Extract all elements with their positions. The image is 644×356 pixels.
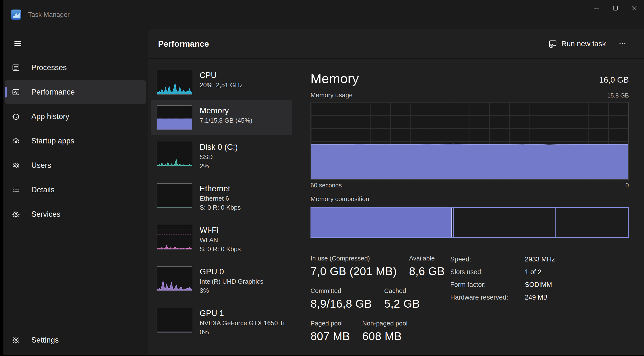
- services-icon: [12, 210, 20, 219]
- memory-panel-title: Memory: [310, 71, 359, 86]
- sidebar-item-startup-apps[interactable]: Startup apps: [5, 129, 146, 153]
- perf-item-title: Disk 0 (C:): [200, 142, 238, 153]
- perf-item-title: Memory: [200, 105, 252, 116]
- gpu0-mini-chart: [156, 266, 192, 291]
- stat-paged-pool: Paged pool 807 MB: [310, 320, 350, 343]
- more-options-button[interactable]: [615, 37, 630, 51]
- sidebar-item-label: Services: [31, 210, 60, 219]
- perf-item-disk0[interactable]: Disk 0 (C:) SSD 2%: [151, 135, 292, 177]
- perf-item-sub: Intel(R) UHD Graphics: [200, 277, 263, 286]
- perf-item-sub: 2%: [200, 162, 238, 171]
- wifi-mini-chart: [156, 225, 192, 249]
- sidebar-item-processes[interactable]: Processes: [5, 56, 146, 79]
- sidebar-item-label: App history: [31, 112, 69, 121]
- perf-item-cpu[interactable]: CPU 20% 2,51 GHz: [151, 64, 292, 100]
- memory-composition-label: Memory composition: [310, 195, 629, 203]
- close-button[interactable]: [625, 0, 644, 16]
- perf-item-sub: 3%: [200, 286, 263, 295]
- app-history-icon: [12, 112, 20, 121]
- sidebar-item-label: Startup apps: [31, 137, 74, 145]
- perf-item-title: Ethernet: [200, 183, 241, 194]
- task-manager-logo-icon: [11, 9, 21, 20]
- run-new-task-icon: [548, 39, 558, 48]
- composition-segment-standby: [454, 208, 556, 237]
- perf-item-gpu1[interactable]: GPU 1 NVIDIA GeForce GTX 1650 Ti 0%: [151, 302, 292, 343]
- memory-hardware-details: Speed: 2933 MHz Slots used: 1 of 2 Form …: [450, 255, 629, 301]
- stat-non-paged-pool: Non-paged pool 608 MB: [362, 320, 408, 343]
- details-icon: [12, 185, 20, 194]
- content-area: Performance Run new task: [148, 29, 644, 355]
- sidebar-item-label: Details: [31, 185, 54, 194]
- settings-gear-icon: [12, 336, 20, 345]
- stat-cached: Cached 5,2 GB: [384, 287, 420, 310]
- sidebar-item-settings[interactable]: Settings: [5, 328, 146, 352]
- stat-available: Available 8,6 GB: [409, 255, 445, 278]
- memory-detail-panel: Memory 16,0 GB Memory usage 15,8 GB 60 s…: [292, 59, 644, 355]
- memory-stats: In use (Compressed) 7,0 GB (201 MB) Avai…: [310, 255, 445, 343]
- perf-item-sub: 0%: [200, 328, 284, 337]
- users-icon: [12, 161, 20, 170]
- perf-item-title: Wi-Fi: [200, 225, 241, 235]
- perf-item-sub: WLAN: [200, 235, 241, 245]
- maximize-button[interactable]: [606, 0, 625, 16]
- sidebar-item-users[interactable]: Users: [5, 154, 146, 177]
- perf-item-title: CPU: [200, 70, 243, 81]
- perf-item-sub: 20% 2,51 GHz: [200, 81, 243, 90]
- maximize-icon: [612, 4, 619, 12]
- composition-segment-free: [556, 208, 628, 237]
- perf-item-sub: S: 0 R: 0 Kbps: [200, 245, 241, 254]
- disk0-mini-chart: [156, 142, 192, 167]
- memory-usage-label: Memory usage: [310, 91, 352, 99]
- sidebar-item-services[interactable]: Services: [5, 202, 146, 226]
- menu-toggle-button[interactable]: [9, 36, 26, 51]
- sidebar-spacer: [4, 226, 148, 328]
- memory-capacity: 16,0 GB: [599, 75, 629, 86]
- perf-item-ethernet[interactable]: Ethernet Ethernet 6 S: 0 R: 0 Kbps: [151, 177, 292, 218]
- sidebar-item-label: Processes: [31, 63, 67, 72]
- sidebar-item-performance[interactable]: Performance: [5, 80, 146, 104]
- perf-item-sub: SSD: [200, 153, 238, 162]
- composition-segment-in_use: [311, 208, 452, 237]
- perf-item-memory[interactable]: Memory 7,1/15,8 GB (45%): [151, 100, 292, 135]
- sidebar: Processes Performance App history Startu…: [4, 29, 148, 355]
- sidebar-item-label: Performance: [31, 88, 75, 97]
- memory-composition-bar: [310, 207, 629, 238]
- memory-usage-chart: [310, 102, 629, 180]
- content-header: Performance Run new task: [148, 29, 644, 59]
- processes-icon: [12, 63, 20, 72]
- memory-usage-axis-max: 15,8 GB: [607, 92, 629, 99]
- perf-item-sub: 7,1/15,8 GB (45%): [200, 116, 252, 125]
- sidebar-item-label: Settings: [31, 336, 59, 345]
- x-axis-right-label: 0: [626, 182, 629, 189]
- cpu-mini-chart: [156, 70, 192, 95]
- minimize-button[interactable]: [587, 0, 606, 16]
- stat-in-use: In use (Compressed) 7,0 GB (201 MB): [310, 255, 397, 278]
- titlebar: Task Manager: [4, 0, 644, 29]
- startup-apps-icon: [12, 137, 20, 145]
- performance-list: CPU 20% 2,51 GHz Memory 7,1/15,8 GB (45%…: [148, 59, 292, 355]
- gpu1-mini-chart: [156, 308, 192, 333]
- run-new-task-button[interactable]: Run new task: [548, 39, 606, 48]
- perf-item-gpu0[interactable]: GPU 0 Intel(R) UHD Graphics 3%: [151, 260, 292, 302]
- composition-segment-modified: [452, 208, 454, 237]
- perf-item-title: GPU 0: [200, 266, 263, 277]
- perf-item-sub: NVIDIA GeForce GTX 1650 Ti: [200, 319, 284, 328]
- run-new-task-label: Run new task: [561, 40, 606, 48]
- perf-item-sub: S: 0 R: 0 Kbps: [200, 203, 241, 212]
- performance-icon: [12, 88, 20, 97]
- perf-item-sub: Ethernet 6: [200, 194, 241, 203]
- perf-item-title: GPU 1: [200, 308, 284, 319]
- sidebar-item-details[interactable]: Details: [5, 178, 146, 201]
- sidebar-item-app-history[interactable]: App history: [5, 105, 146, 128]
- memory-mini-chart: [156, 105, 192, 130]
- task-manager-window: Task Manager Processes: [0, 0, 644, 356]
- stat-committed: Committed 8,9/16,8 GB: [310, 287, 372, 310]
- hamburger-icon: [14, 39, 22, 48]
- x-axis-left-label: 60 seconds: [310, 182, 342, 189]
- sidebar-item-label: Users: [31, 161, 51, 170]
- close-icon: [630, 4, 638, 12]
- ethernet-mini-chart: [156, 183, 192, 208]
- page-title: Performance: [158, 39, 209, 49]
- window-controls: [587, 0, 644, 16]
- perf-item-wifi[interactable]: Wi-Fi WLAN S: 0 R: 0 Kbps: [151, 218, 292, 260]
